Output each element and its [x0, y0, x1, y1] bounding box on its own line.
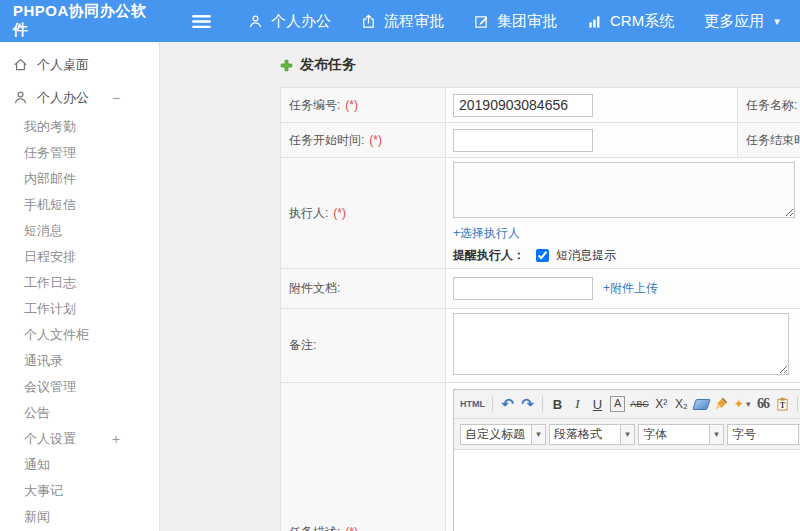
start-time-label-cell: 任务开始时间:(*) — [281, 123, 446, 158]
bar-chart-icon — [587, 14, 602, 29]
caret-down-icon: ▾ — [746, 399, 751, 409]
italic-button[interactable]: I — [570, 395, 585, 413]
sidebar-item[interactable]: 我的考勤 — [0, 114, 159, 140]
main-content: 发布任务 任务编号:(*) 任务名称:(*) 任务开始时 — [160, 42, 800, 531]
end-time-label-cell: 任务结束时间:(*) — [738, 123, 800, 158]
sparkle-icon: ✦ — [734, 397, 744, 411]
nav-item-personal-office[interactable]: 个人办公 — [233, 0, 346, 42]
quick-format-button[interactable]: ✦ ▾ — [734, 395, 751, 413]
caret-down-icon: ▾ — [621, 424, 635, 445]
sidebar-item[interactable]: 工作计划 — [0, 296, 159, 322]
toolbar-separator — [542, 396, 543, 412]
nav-item-crm[interactable]: CRM系统 — [572, 0, 689, 42]
app-logo[interactable]: PHPOA协同办公软件 — [0, 2, 160, 40]
start-time-input[interactable] — [453, 129, 593, 152]
sidebar-item[interactable]: 工作日志 — [0, 270, 159, 296]
sidebar-item[interactable]: 手机短信 — [0, 192, 159, 218]
hamburger-icon — [192, 14, 211, 29]
flow-approve-icon — [361, 14, 376, 29]
collapse-icon[interactable]: − — [111, 90, 121, 106]
sms-tip-label: 短消息提示 — [556, 247, 616, 264]
sidebar-item-label: 短消息 — [24, 222, 63, 240]
sidebar-item[interactable]: 内部邮件 — [0, 166, 159, 192]
sidebar-item[interactable]: 日程安排 — [0, 244, 159, 270]
editor-content-area[interactable] — [454, 450, 800, 531]
bold-button[interactable]: B — [550, 395, 565, 413]
caret-down-icon: ▾ — [774, 15, 780, 28]
editor-dropdown[interactable]: 自定义标题 ▾ — [460, 424, 546, 445]
sms-tip-checkbox[interactable] — [536, 249, 549, 262]
editor-dropdown[interactable]: 字号 ▾ — [727, 424, 800, 445]
required-mark: (*) — [333, 206, 346, 220]
remind-executor-label: 提醒执行人： — [453, 247, 525, 264]
html-source-button[interactable]: HTML — [460, 395, 485, 413]
underline-button[interactable]: U — [590, 395, 605, 413]
paste-text-button[interactable]: T — [775, 395, 790, 413]
required-mark: (*) — [369, 133, 382, 147]
editor-dropdown-value: 字号 — [727, 424, 799, 445]
sidebar-item-label: 会议管理 — [24, 378, 76, 396]
task-name-label: 任务名称: — [746, 98, 797, 112]
task-number-field-cell — [446, 88, 738, 123]
sidebar-item[interactable]: 大事记 — [0, 478, 159, 504]
sidebar-submenu: 我的考勤 任务管理 内部邮件 手机短信 — [0, 114, 159, 530]
required-mark: (*) — [345, 525, 358, 531]
superscript-button[interactable]: X² — [654, 395, 669, 413]
sidebar-item-label: 通讯录 — [24, 352, 63, 370]
sidebar-item[interactable]: 会议管理 — [0, 374, 159, 400]
undo-icon[interactable]: ↶ — [500, 395, 515, 413]
main-layout: 个人桌面 个人办公 − 我的考勤 任务管理 — [0, 42, 800, 531]
remark-textarea[interactable] — [453, 313, 789, 375]
remark-label-cell: 备注: — [281, 309, 446, 383]
editor-dropdown-value: 字体 — [638, 424, 710, 445]
sidebar-item-label: 我的考勤 — [24, 118, 76, 136]
nav-item-more-apps[interactable]: 更多应用 ▾ — [689, 0, 795, 42]
sidebar-item-personal-office[interactable]: 个人办公 − — [0, 81, 159, 114]
clipboard-icon: T — [776, 397, 789, 411]
broom-icon — [714, 397, 728, 411]
task-number-input[interactable] — [453, 94, 593, 117]
nav-item-group-approval[interactable]: 集团审批 — [459, 0, 572, 42]
sidebar-item-label: 个人设置 — [24, 430, 76, 448]
attachment-upload-link[interactable]: +附件上传 — [603, 280, 658, 297]
remove-format-button[interactable] — [694, 395, 709, 413]
sidebar-item[interactable]: 个人设置 + — [0, 426, 159, 452]
executor-label-cell: 执行人:(*) — [281, 158, 446, 269]
top-nav: 个人办公 流程审批 集团审批 CRM系统 更多应用 ▾ — [233, 0, 795, 42]
top-header: PHPOA协同办公软件 个人办公 流程审批 集团审批 — [0, 0, 800, 42]
editor-dropdown-value: 自定义标题 — [460, 424, 532, 445]
expand-icon[interactable]: + — [111, 431, 121, 447]
sidebar-item-label: 个人办公 — [37, 89, 89, 107]
sidebar-item-label: 内部邮件 — [24, 170, 76, 188]
eraser-icon — [692, 399, 711, 410]
row-task-time: 任务开始时间:(*) 任务结束时间:(*) — [281, 123, 800, 158]
format-brush-button[interactable] — [714, 395, 729, 413]
sidebar-item-label: 工作计划 — [24, 300, 76, 318]
page-title: 发布任务 — [280, 56, 800, 74]
sidebar-item[interactable]: 通知 — [0, 452, 159, 478]
nav-item-flow-approval[interactable]: 流程审批 — [346, 0, 459, 42]
sidebar-item[interactable]: 公告 — [0, 400, 159, 426]
blockquote-button[interactable]: 66 — [755, 395, 770, 413]
redo-icon[interactable]: ↷ — [520, 395, 535, 413]
sidebar-item[interactable]: 短消息 — [0, 218, 159, 244]
executor-textarea[interactable] — [453, 162, 795, 218]
sidebar-item-personal-desktop[interactable]: 个人桌面 — [0, 48, 159, 81]
plus-icon — [280, 59, 293, 72]
sidebar-item[interactable]: 通讯录 — [0, 348, 159, 374]
hamburger-menu-button[interactable] — [192, 14, 211, 29]
sidebar-item[interactable]: 个人文件柜 — [0, 322, 159, 348]
sidebar-item[interactable]: 新闻 — [0, 504, 159, 530]
font-name-button[interactable]: A — [610, 396, 625, 412]
strikethrough-button[interactable]: ABC — [630, 395, 649, 413]
attachment-input[interactable] — [453, 277, 593, 300]
task-name-label-cell: 任务名称:(*) — [738, 88, 800, 123]
sidebar-item[interactable]: 任务管理 — [0, 140, 159, 166]
editor-dropdown[interactable]: 段落格式 ▾ — [549, 424, 635, 445]
publish-task-form: 任务编号:(*) 任务名称:(*) 任务开始时间:(*) — [280, 87, 800, 531]
editor-dropdown[interactable]: 字体 ▾ — [638, 424, 724, 445]
sidebar: 个人桌面 个人办公 − 我的考勤 任务管理 — [0, 42, 160, 531]
subscript-button[interactable]: X₂ — [674, 395, 689, 413]
attachment-field-cell: +附件上传 — [446, 269, 800, 309]
choose-executor-link[interactable]: +选择执行人 — [453, 226, 520, 240]
